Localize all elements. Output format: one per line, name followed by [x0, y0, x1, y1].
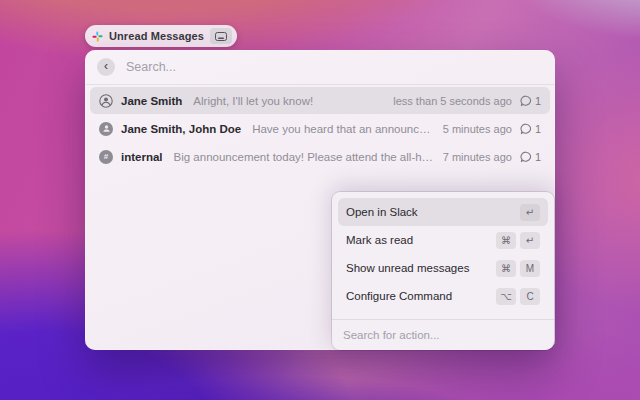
search-input[interactable] — [126, 60, 543, 74]
message-row-jane-smith[interactable]: Jane Smith Alright, I'll let you know! l… — [90, 87, 550, 114]
shortcut-keys: ⌘ ↵ — [496, 232, 540, 249]
group-icon — [99, 122, 113, 136]
option-key-icon: ⌥ — [496, 288, 516, 305]
shortcut-keys: ⌥ C — [496, 288, 540, 305]
message-preview: Have you heard that an announcement is c… — [252, 123, 435, 135]
message-sender: Jane Smith — [121, 95, 182, 107]
action-search-bar — [332, 319, 554, 350]
unread-count: 1 — [520, 151, 541, 163]
action-show-unread-messages[interactable]: Show unread messages ⌘ M — [338, 254, 548, 282]
message-list: Jane Smith Alright, I'll let you know! l… — [85, 85, 555, 170]
back-button[interactable]: ‹ — [97, 58, 115, 76]
command-pill[interactable]: Unread Messages — [85, 25, 237, 47]
keyboard-icon — [210, 28, 232, 44]
return-key-icon: ↵ — [520, 232, 540, 249]
action-open-in-slack[interactable]: Open in Slack ↵ — [338, 198, 548, 226]
action-label: Show unread messages — [346, 262, 496, 274]
command-key-icon: ⌘ — [496, 260, 516, 277]
shortcut-keys: ⌘ M — [496, 260, 540, 277]
chat-bubble-icon — [520, 151, 532, 163]
command-key-icon: ⌘ — [496, 232, 516, 249]
command-pill-label: Unread Messages — [109, 30, 204, 42]
message-row-internal[interactable]: # internal Big announcement today! Pleas… — [90, 143, 550, 170]
shortcut-keys: ↵ — [520, 204, 540, 221]
slack-icon — [92, 31, 103, 42]
chat-bubble-icon — [520, 95, 532, 107]
unread-count: 1 — [520, 95, 541, 107]
message-preview: Big announcement today! Please attend th… — [174, 151, 435, 163]
return-key-icon: ↵ — [520, 204, 540, 221]
action-search-input[interactable] — [343, 329, 543, 341]
action-label: Mark as read — [346, 234, 496, 246]
unread-count-value: 1 — [535, 95, 541, 107]
unread-count-value: 1 — [535, 151, 541, 163]
unread-count-value: 1 — [535, 123, 541, 135]
message-sender: Jane Smith, John Doe — [121, 123, 241, 135]
message-timestamp: less than 5 seconds ago — [393, 95, 512, 107]
unread-count: 1 — [520, 123, 541, 135]
action-configure-command[interactable]: Configure Command ⌥ C — [338, 282, 548, 310]
message-row-jane-john[interactable]: Jane Smith, John Doe Have you heard that… — [90, 115, 550, 142]
hash-icon: # — [99, 150, 113, 164]
message-sender: internal — [121, 151, 163, 163]
action-mark-as-read[interactable]: Mark as read ⌘ ↵ — [338, 226, 548, 254]
search-bar: ‹ — [85, 50, 555, 85]
message-preview: Alright, I'll let you know! — [193, 95, 385, 107]
action-label: Configure Command — [346, 290, 496, 302]
action-panel: Open in Slack ↵ Mark as read ⌘ ↵ Show un… — [332, 192, 554, 350]
action-label: Open in Slack — [346, 206, 520, 218]
c-key: C — [520, 288, 540, 305]
person-icon — [99, 94, 113, 108]
chevron-left-icon: ‹ — [104, 60, 108, 72]
chat-bubble-icon — [520, 123, 532, 135]
action-list: Open in Slack ↵ Mark as read ⌘ ↵ Show un… — [332, 192, 554, 319]
message-timestamp: 7 minutes ago — [443, 151, 512, 163]
message-timestamp: 5 minutes ago — [443, 123, 512, 135]
m-key: M — [520, 260, 540, 277]
